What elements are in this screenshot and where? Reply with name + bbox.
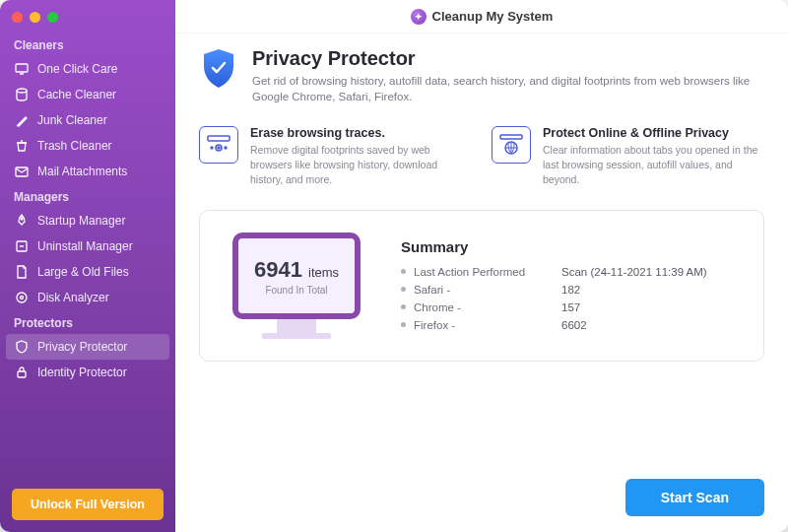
- cache-icon: [14, 87, 30, 102]
- sidebar-item-cache-cleaner[interactable]: Cache Cleaner: [0, 82, 175, 107]
- uninstall-icon: [14, 238, 30, 254]
- summary-row: Chrome -157: [401, 299, 707, 316]
- globe-icon: [492, 126, 531, 164]
- page-header: Privacy Protector Get rid of browsing hi…: [199, 47, 764, 104]
- fullscreen-icon[interactable]: [47, 12, 58, 23]
- svg-point-6: [21, 297, 24, 299]
- sidebar-item-one-click-care[interactable]: One Click Care: [0, 56, 175, 82]
- svg-rect-8: [208, 136, 230, 141]
- mail-icon: [14, 164, 30, 179]
- monitor-screen: 6941 items Found In Total: [232, 233, 361, 319]
- feature-title: Erase browsing traces.: [250, 126, 472, 140]
- sidebar-item-uninstall-manager[interactable]: Uninstall Manager: [0, 233, 175, 259]
- monitor-stand: [277, 319, 316, 333]
- sidebar-item-label: Large & Old Files: [37, 265, 129, 279]
- sidebar-item-identity-protector[interactable]: Identity Protector: [0, 360, 175, 385]
- sidebar-item-label: Cache Cleaner: [37, 88, 116, 101]
- sidebar-item-junk-cleaner[interactable]: Junk Cleaner: [0, 107, 175, 133]
- svg-rect-0: [16, 64, 28, 72]
- bigfile-icon: [14, 264, 30, 280]
- svg-point-10: [218, 147, 220, 149]
- page-subtitle: Get rid of browsing history, autofill da…: [252, 73, 764, 104]
- monitor-icon: [14, 61, 30, 77]
- section-header-managers: Managers: [0, 184, 175, 208]
- feature-desc: Remove digital footprints saved by web b…: [250, 143, 472, 186]
- brush-icon: [14, 112, 30, 128]
- svg-point-3: [21, 218, 23, 220]
- sidebar-item-trash-cleaner[interactable]: Trash Cleaner: [0, 133, 175, 159]
- app-title: Cleanup My System: [432, 9, 554, 24]
- disk-icon: [14, 290, 30, 305]
- minimize-icon[interactable]: [30, 12, 40, 23]
- section-header-protectors: Protectors: [0, 310, 175, 334]
- rocket-icon: [14, 213, 30, 229]
- summary-row: Last Action PerformedScan (24-11-2021 11…: [401, 263, 707, 281]
- sidebar-item-label: Privacy Protector: [37, 340, 127, 354]
- sidebar-item-mail-attachments[interactable]: Mail Attachments: [0, 159, 175, 184]
- sidebar-item-label: Disk Analyzer: [37, 291, 109, 304]
- eye-icon: [199, 126, 238, 164]
- sidebar-item-disk-analyzer[interactable]: Disk Analyzer: [0, 285, 175, 310]
- svg-rect-7: [18, 371, 26, 377]
- shield-icon: [14, 339, 30, 355]
- feature-title: Protect Online & Offline Privacy: [543, 126, 764, 140]
- summary-heading: Summary: [401, 238, 707, 255]
- lock-icon: [14, 365, 30, 380]
- summary-card: 6941 items Found In Total Summary Last A…: [199, 210, 764, 362]
- sidebar-item-large-old-files[interactable]: Large & Old Files: [0, 259, 175, 285]
- sidebar: Cleaners One Click Care Cache Cleaner Ju…: [0, 0, 175, 532]
- page-title: Privacy Protector: [252, 47, 764, 70]
- feature-row: Erase browsing traces. Remove digital fo…: [199, 126, 764, 186]
- svg-point-11: [211, 147, 213, 149]
- sidebar-item-startup-manager[interactable]: Startup Manager: [0, 208, 175, 233]
- sidebar-item-label: Trash Cleaner: [37, 139, 112, 153]
- sidebar-item-label: One Click Care: [37, 62, 117, 76]
- window-controls: [0, 8, 175, 33]
- app-window: Cleaners One Click Care Cache Cleaner Ju…: [0, 0, 788, 532]
- svg-point-5: [17, 293, 27, 302]
- feature-protect-privacy: Protect Online & Offline Privacy Clear i…: [492, 126, 764, 186]
- feature-erase-traces: Erase browsing traces. Remove digital fo…: [199, 126, 472, 186]
- svg-point-1: [17, 89, 27, 93]
- content-area: Privacy Protector Get rid of browsing hi…: [175, 33, 788, 532]
- section-header-cleaners: Cleaners: [0, 33, 175, 56]
- sidebar-item-label: Junk Cleaner: [37, 113, 107, 127]
- sidebar-item-label: Identity Protector: [37, 366, 127, 379]
- app-icon: ✦: [411, 9, 427, 25]
- start-scan-button[interactable]: Start Scan: [625, 479, 764, 516]
- shield-hero-icon: [199, 47, 238, 91]
- sidebar-item-label: Mail Attachments: [37, 165, 127, 178]
- footer: Start Scan: [199, 479, 764, 516]
- sidebar-item-label: Uninstall Manager: [37, 239, 133, 253]
- monitor-graphic: 6941 items Found In Total: [228, 233, 365, 339]
- close-icon[interactable]: [12, 12, 23, 23]
- monitor-base: [262, 333, 331, 339]
- svg-point-12: [225, 147, 227, 149]
- titlebar: ✦ Cleanup My System: [175, 0, 788, 33]
- main-panel: ✦ Cleanup My System Privacy Protector Ge…: [175, 0, 788, 532]
- items-count-sub: Found In Total: [265, 285, 327, 296]
- svg-rect-13: [500, 135, 522, 139]
- feature-desc: Clear information about tabs you opened …: [543, 143, 764, 186]
- unlock-full-version-button[interactable]: Unlock Full Version: [12, 489, 164, 520]
- sidebar-item-privacy-protector[interactable]: Privacy Protector: [6, 334, 169, 360]
- items-count: 6941 items: [254, 257, 339, 283]
- sidebar-item-label: Startup Manager: [37, 214, 125, 228]
- summary-details: Summary Last Action PerformedScan (24-11…: [401, 238, 707, 334]
- summary-row: Firefox -6602: [401, 316, 707, 334]
- trash-icon: [14, 138, 30, 154]
- summary-row: Safari -182: [401, 281, 707, 299]
